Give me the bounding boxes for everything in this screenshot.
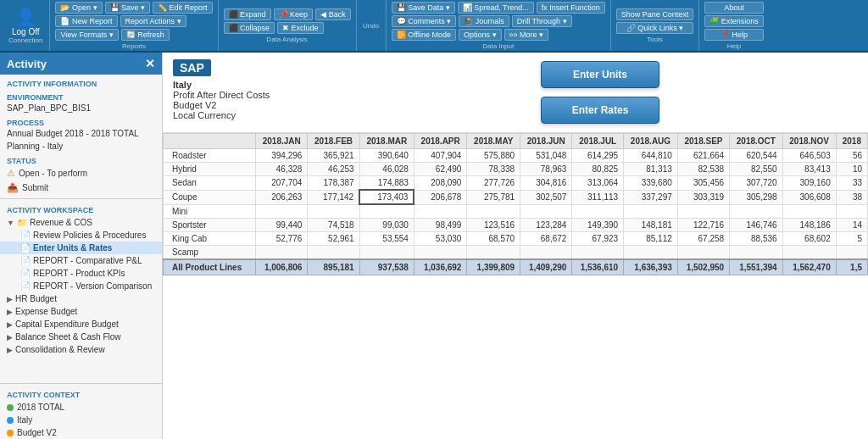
data-cell[interactable]: 304,816 <box>520 176 572 191</box>
data-cell[interactable]: 52,776 <box>256 231 308 245</box>
data-cell[interactable] <box>359 245 414 259</box>
data-cell[interactable]: 311,113 <box>572 190 624 204</box>
data-cell[interactable]: 123,516 <box>467 218 520 231</box>
data-cell[interactable] <box>359 204 414 218</box>
data-cell[interactable]: 148,186 <box>782 218 836 231</box>
data-cell[interactable]: 313,064 <box>572 176 624 191</box>
data-cell[interactable]: 307,720 <box>730 176 782 191</box>
data-cell[interactable]: 365,921 <box>308 149 359 163</box>
data-cell[interactable]: 394,296 <box>256 149 308 163</box>
workspace-item-consolidation[interactable]: ▶ Consolidation & Review <box>0 343 162 356</box>
data-cell[interactable] <box>414 204 466 218</box>
data-cell[interactable]: 78,963 <box>520 163 572 176</box>
save-button[interactable]: 💾 Save ▾ <box>105 2 151 14</box>
data-cell[interactable]: 148,181 <box>624 218 678 231</box>
data-cell[interactable]: 149,390 <box>572 218 624 231</box>
data-cell[interactable]: 644,810 <box>624 149 678 163</box>
drill-through-button[interactable]: Drill Through ▾ <box>512 15 572 27</box>
back-button[interactable]: ◀ Back <box>315 8 351 20</box>
data-cell[interactable]: 173,403 <box>359 190 414 204</box>
data-cell[interactable]: 62,490 <box>414 163 466 176</box>
data-cell[interactable]: 177,142 <box>308 190 359 204</box>
data-cell[interactable]: 81,313 <box>624 163 678 176</box>
data-cell[interactable]: 531,048 <box>520 149 572 163</box>
data-cell[interactable]: 53,554 <box>359 231 414 245</box>
data-cell[interactable]: 305,298 <box>730 190 782 204</box>
insert-function-button[interactable]: fx Insert Function <box>537 2 605 14</box>
spread-trend-button[interactable]: 📊 Spread, Trend... <box>458 2 534 14</box>
offline-mode-button[interactable]: 📴 Offline Mode <box>392 29 456 41</box>
help-button[interactable]: ❓ Help <box>704 29 764 41</box>
view-formats-button[interactable]: View Formats ▾ <box>55 29 118 41</box>
workspace-item-revenue[interactable]: ▼ 📁 Revenue & COS <box>0 216 162 229</box>
data-cell[interactable]: 620,544 <box>730 149 782 163</box>
data-cell[interactable] <box>467 204 520 218</box>
workspace-item-version[interactable]: 📄 REPORT - Version Comparison <box>0 280 162 292</box>
data-cell[interactable]: 99,030 <box>359 218 414 231</box>
data-cell[interactable] <box>256 245 308 259</box>
data-cell[interactable]: 390,640 <box>359 149 414 163</box>
refresh-button[interactable]: 🔄 Refresh <box>121 29 170 41</box>
data-cell[interactable]: 614,295 <box>572 149 624 163</box>
enter-rates-button[interactable]: Enter Rates <box>541 97 659 124</box>
data-cell[interactable]: 621,664 <box>677 149 729 163</box>
collapse-button[interactable]: ⬛ Collapse <box>224 22 275 34</box>
data-cell[interactable]: 85,112 <box>624 231 678 245</box>
exclude-button[interactable]: ✖ Exclude <box>277 22 324 34</box>
data-cell[interactable]: 306,608 <box>782 190 836 204</box>
data-cell[interactable] <box>520 204 572 218</box>
data-cell[interactable]: 14 <box>836 218 867 231</box>
data-cell[interactable]: 33 <box>836 176 867 191</box>
journals-button[interactable]: 📓 Journals <box>459 15 509 27</box>
data-cell[interactable] <box>467 245 520 259</box>
data-cell[interactable] <box>572 245 624 259</box>
data-cell[interactable]: 10 <box>836 163 867 176</box>
report-actions-button[interactable]: Report Actions ▾ <box>120 15 186 27</box>
data-cell[interactable]: 82,538 <box>677 163 729 176</box>
data-cell[interactable]: 83,413 <box>782 163 836 176</box>
workspace-item-expense[interactable]: ▶ Expense Budget <box>0 305 162 318</box>
enter-units-button[interactable]: Enter Units <box>541 61 659 88</box>
data-cell[interactable]: 78,338 <box>467 163 520 176</box>
data-cell[interactable]: 302,507 <box>520 190 572 204</box>
data-cell[interactable]: 5 <box>836 231 867 245</box>
data-cell[interactable] <box>572 204 624 218</box>
save-data-button[interactable]: 💾 Save Data ▾ <box>392 2 455 14</box>
data-cell[interactable]: 122,716 <box>677 218 729 231</box>
data-cell[interactable]: 146,746 <box>730 218 782 231</box>
data-cell[interactable]: 575,880 <box>467 149 520 163</box>
data-cell[interactable] <box>730 245 782 259</box>
data-cell[interactable]: 46,328 <box>256 163 308 176</box>
logoff-button[interactable]: Log Off <box>12 27 40 36</box>
data-cell[interactable]: 206,678 <box>414 190 466 204</box>
data-cell[interactable]: 407,904 <box>414 149 466 163</box>
workspace-item-enter-units[interactable]: 📄 Enter Units & Rates <box>0 242 162 254</box>
data-cell[interactable] <box>782 204 836 218</box>
data-cell[interactable]: 68,570 <box>467 231 520 245</box>
data-cell[interactable]: 174,883 <box>359 176 414 191</box>
data-cell[interactable] <box>624 245 678 259</box>
data-cell[interactable]: 178,387 <box>308 176 359 191</box>
workspace-item-kpis[interactable]: 📄 REPORT - Product KPIs <box>0 267 162 280</box>
data-cell[interactable]: 305,456 <box>677 176 729 191</box>
data-cell[interactable] <box>730 204 782 218</box>
edit-report-button[interactable]: ✏️ Edit Report <box>153 2 213 14</box>
data-cell[interactable]: 74,518 <box>308 218 359 231</box>
data-cell[interactable]: 277,726 <box>467 176 520 191</box>
data-cell[interactable] <box>308 245 359 259</box>
submit-button[interactable]: 📤 Submit <box>0 181 162 195</box>
data-cell[interactable]: 38 <box>836 190 867 204</box>
data-cell[interactable]: 303,319 <box>677 190 729 204</box>
data-cell[interactable]: 88,536 <box>730 231 782 245</box>
quick-links-button[interactable]: 🔗 Quick Links ▾ <box>616 22 694 34</box>
keep-button[interactable]: 📌 Keep <box>274 8 314 20</box>
workspace-item-comparative[interactable]: 📄 REPORT - Comparative P&L <box>0 254 162 267</box>
data-cell[interactable] <box>308 204 359 218</box>
open-button[interactable]: 📂 Open ▾ <box>55 2 102 14</box>
data-cell[interactable]: 208,090 <box>414 176 466 191</box>
data-cell[interactable]: 82,550 <box>730 163 782 176</box>
data-cell[interactable]: 207,704 <box>256 176 308 191</box>
data-cell[interactable]: 337,297 <box>624 190 678 204</box>
about-button[interactable]: About <box>704 2 764 14</box>
data-cell[interactable] <box>414 245 466 259</box>
